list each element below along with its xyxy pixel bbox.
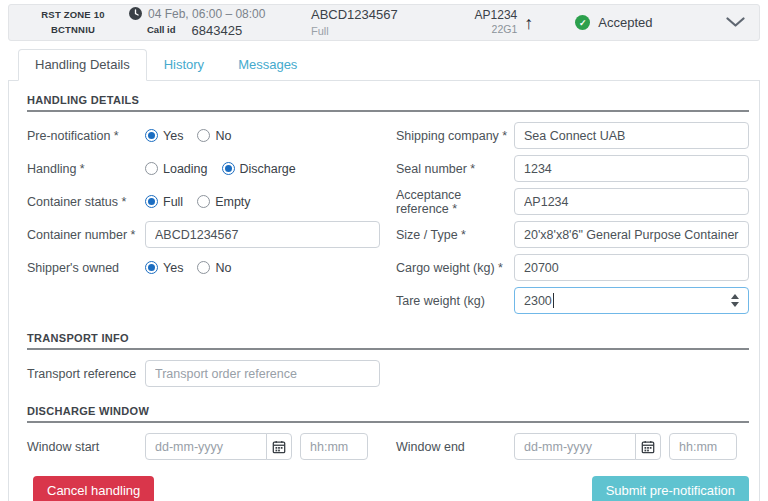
calendar-icon xyxy=(272,440,286,454)
collapse-chevron-icon[interactable] xyxy=(726,17,745,28)
transport-reference-row: Transport reference xyxy=(27,357,380,390)
handling-radio-discharge[interactable]: Discharge xyxy=(222,162,296,176)
tab-messages[interactable]: Messages xyxy=(221,49,314,81)
window-start-calendar-button[interactable] xyxy=(266,433,292,460)
section-transport-info: TRANSPORT INFO Transport reference xyxy=(27,332,749,390)
window-start-label: Window start xyxy=(27,440,145,454)
status-badge: ✓ Accepted xyxy=(575,15,652,30)
shipping-company-label: Shipping company * xyxy=(396,129,514,143)
transport-info-title: TRANSPORT INFO xyxy=(27,332,749,350)
size-type-row: Size / Type * xyxy=(396,218,749,251)
handling-type-label: Handling * xyxy=(27,162,145,176)
header-container-number: ABCD1234567 xyxy=(311,7,461,24)
container-block: ABCD1234567 Full xyxy=(311,7,461,38)
tab-history[interactable]: History xyxy=(147,49,221,81)
cargo-weight-row: Cargo weight (kg) * xyxy=(396,251,749,284)
pre-notification-radio-no[interactable]: No xyxy=(197,129,231,143)
cargo-weight-label: Cargo weight (kg) * xyxy=(396,261,514,275)
tab-handling-details[interactable]: Handling Details xyxy=(18,49,147,81)
window-end-calendar-button[interactable] xyxy=(635,433,661,460)
zone-block: RST ZONE 10 BCTNNIU xyxy=(23,8,123,37)
handling-right-column: Shipping company * Seal number * Accepta… xyxy=(396,119,749,317)
number-stepper[interactable] xyxy=(728,292,742,309)
size-type-label: Size / Type * xyxy=(396,228,514,242)
radio-selected-icon[interactable] xyxy=(145,195,158,208)
window-end-date-input[interactable] xyxy=(514,433,636,460)
window-end-time-input[interactable] xyxy=(669,433,737,460)
transport-reference-label: Transport reference xyxy=(27,367,145,381)
acceptance-reference-label: Acceptance reference * xyxy=(396,188,514,216)
container-status-radio-empty[interactable]: Empty xyxy=(197,195,250,209)
call-summary-bar: RST ZONE 10 BCTNNIU 04 Feb, 06:00 – 08:0… xyxy=(8,4,760,41)
radio-unselected-icon[interactable] xyxy=(197,129,210,142)
shipping-company-row: Shipping company * xyxy=(396,119,749,152)
shippers-owned-label: Shipper's owned xyxy=(27,261,145,275)
header-reference: AP1234 xyxy=(475,8,518,23)
call-id-label: Call id xyxy=(147,24,176,37)
container-status-row: Container status * Full Empty xyxy=(27,185,380,218)
section-handling-details: HANDLING DETAILS Pre-notification * Yes xyxy=(27,94,749,317)
container-number-row: Container number * xyxy=(27,218,380,251)
clock-icon xyxy=(129,7,142,20)
zone-label: RST ZONE 10 xyxy=(23,8,123,22)
stepper-up-icon[interactable] xyxy=(731,294,739,299)
radio-unselected-icon[interactable] xyxy=(145,162,158,175)
handling-details-card: HANDLING DETAILS Pre-notification * Yes xyxy=(8,81,760,501)
handling-radio-loading[interactable]: Loading xyxy=(145,162,208,176)
status-text: Accepted xyxy=(598,15,652,30)
pre-notification-label: Pre-notification * xyxy=(27,129,145,143)
shipping-company-input[interactable] xyxy=(514,122,749,149)
shippers-owned-radio-no[interactable]: No xyxy=(197,261,231,275)
terminal-code: BCTNNIU xyxy=(23,23,123,37)
container-status-label: Container status * xyxy=(27,195,145,209)
arrow-up-icon: ↑ xyxy=(524,14,533,32)
window-start-date-input[interactable] xyxy=(145,433,267,460)
handling-details-title: HANDLING DETAILS xyxy=(27,94,749,112)
acceptance-reference-input[interactable] xyxy=(514,188,749,215)
call-id-value: 6843425 xyxy=(192,22,243,40)
tare-weight-input[interactable]: 2300 xyxy=(514,287,749,314)
container-status-radio-full[interactable]: Full xyxy=(145,195,183,209)
cancel-handling-button[interactable]: Cancel handling xyxy=(33,476,154,501)
stepper-down-icon[interactable] xyxy=(731,302,739,307)
seal-number-label: Seal number * xyxy=(396,162,514,176)
handling-left-column: Pre-notification * Yes No xyxy=(27,119,380,317)
handling-page: RST ZONE 10 BCTNNIU 04 Feb, 06:00 – 08:0… xyxy=(0,0,768,501)
tare-weight-label: Tare weight (kg) xyxy=(396,294,514,308)
window-end-label: Window end xyxy=(396,440,514,454)
window-start-row: Window start xyxy=(27,430,380,463)
reference-block: AP1234 22G1 xyxy=(475,8,518,36)
shippers-owned-radio-yes[interactable]: Yes xyxy=(145,261,183,275)
pre-notification-row: Pre-notification * Yes No xyxy=(27,119,380,152)
header-iso-code: 22G1 xyxy=(475,23,518,36)
radio-selected-icon[interactable] xyxy=(145,129,158,142)
schedule-block: 04 Feb, 06:00 – 08:00 Call id 6843425 xyxy=(129,6,297,40)
radio-unselected-icon[interactable] xyxy=(197,261,210,274)
radio-selected-icon[interactable] xyxy=(222,162,235,175)
section-discharge-window: DISCHARGE WINDOW Window start xyxy=(27,405,749,463)
seal-number-input[interactable] xyxy=(514,155,749,182)
header-container-status: Full xyxy=(311,24,461,38)
submit-pre-notification-button[interactable]: Submit pre-notification xyxy=(592,476,749,501)
window-end-row: Window end xyxy=(396,430,749,463)
pre-notification-radio-yes[interactable]: Yes xyxy=(145,129,183,143)
schedule-text: 04 Feb, 06:00 – 08:00 xyxy=(148,6,265,22)
radio-unselected-icon[interactable] xyxy=(197,195,210,208)
transport-reference-input[interactable] xyxy=(145,360,380,387)
container-number-input[interactable] xyxy=(145,221,380,248)
calendar-icon xyxy=(641,440,655,454)
text-cursor xyxy=(553,293,554,308)
tare-weight-row: Tare weight (kg) 2300 xyxy=(396,284,749,317)
window-start-time-input[interactable] xyxy=(300,433,368,460)
cargo-weight-input[interactable] xyxy=(514,254,749,281)
size-type-input[interactable] xyxy=(514,221,749,248)
tab-bar: Handling Details History Messages xyxy=(8,49,760,81)
handling-type-row: Handling * Loading Discharge xyxy=(27,152,380,185)
seal-number-row: Seal number * xyxy=(396,152,749,185)
shippers-owned-row: Shipper's owned Yes No xyxy=(27,251,380,284)
action-bar: Cancel handling Submit pre-notification … xyxy=(27,476,749,501)
container-number-label: Container number * xyxy=(27,228,145,242)
acceptance-reference-row: Acceptance reference * xyxy=(396,185,749,218)
radio-selected-icon[interactable] xyxy=(145,261,158,274)
discharge-window-title: DISCHARGE WINDOW xyxy=(27,405,749,423)
